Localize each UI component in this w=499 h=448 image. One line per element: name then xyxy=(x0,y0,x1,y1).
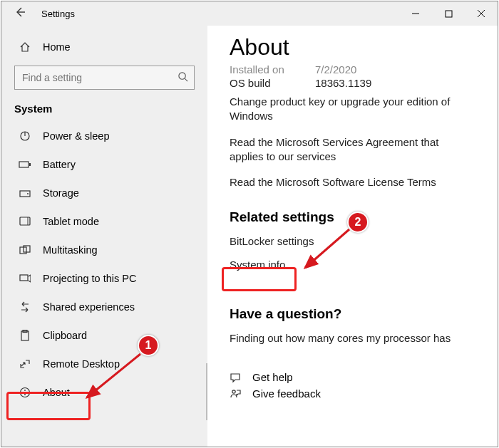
maximize-icon xyxy=(445,10,453,18)
search-icon xyxy=(178,71,188,84)
question-link[interactable]: Finding out how many cores my processor … xyxy=(230,332,451,344)
clipboard-icon xyxy=(17,330,33,341)
license-terms-link[interactable]: Read the Microsoft Software License Term… xyxy=(230,175,472,189)
os-build-label: OS build xyxy=(230,77,315,89)
close-icon xyxy=(477,9,485,18)
os-build-value: 18363.1139 xyxy=(315,77,371,89)
give-feedback-link[interactable]: Give feedback xyxy=(230,387,476,400)
nav-label: Multitasking xyxy=(43,244,98,256)
nav-tablet-mode[interactable]: Tablet mode xyxy=(1,207,207,236)
nav-label: Power & sleep xyxy=(43,130,110,142)
content-pane: About Installed on 7/2/2020 OS build 183… xyxy=(208,26,498,447)
nav-label: Clipboard xyxy=(43,330,87,341)
category-header: System xyxy=(1,100,207,122)
svg-point-4 xyxy=(179,73,185,79)
nav-label: Remote Desktop xyxy=(43,358,120,370)
svg-line-5 xyxy=(185,78,187,81)
nav-home-label: Home xyxy=(43,41,71,53)
nav-home[interactable]: Home xyxy=(1,33,207,61)
nav-storage[interactable]: Storage xyxy=(1,179,207,207)
svg-rect-16 xyxy=(20,275,28,281)
svg-rect-8 xyxy=(19,162,29,167)
page-title: About xyxy=(230,34,476,61)
related-settings-heading: Related settings xyxy=(230,209,476,225)
installed-on-row: Installed on 7/2/2020 xyxy=(230,63,476,75)
os-build-row: OS build 18363.1139 xyxy=(230,77,476,89)
nav-projecting[interactable]: Projecting to this PC xyxy=(1,264,207,293)
nav-multitasking[interactable]: Multitasking xyxy=(1,236,207,264)
feedback-icon xyxy=(230,388,242,400)
shared-icon xyxy=(17,301,33,313)
nav-remote-desktop[interactable]: Remote Desktop xyxy=(1,350,207,378)
projecting-icon xyxy=(17,274,33,283)
svg-point-22 xyxy=(232,390,235,393)
window-title: Settings xyxy=(41,9,75,19)
nav-shared-experiences[interactable]: Shared experiences xyxy=(1,293,207,321)
content-scrollbar[interactable] xyxy=(206,363,207,420)
related-system-info[interactable]: System info xyxy=(230,259,285,271)
installed-on-label: Installed on xyxy=(230,63,315,75)
nav-label: Projecting to this PC xyxy=(43,273,136,284)
remote-desktop-icon xyxy=(17,358,33,370)
close-button[interactable] xyxy=(465,1,498,26)
search-input[interactable] xyxy=(21,71,178,84)
related-bitlocker[interactable]: BitLocker settings xyxy=(230,235,314,247)
nav-label: Storage xyxy=(43,187,79,199)
nav-clipboard[interactable]: Clipboard xyxy=(1,321,207,350)
sidebar: Home System Power & sleep Battery xyxy=(1,26,208,447)
svg-point-20 xyxy=(24,390,26,391)
svg-rect-9 xyxy=(29,163,31,166)
arrow-left-icon xyxy=(14,6,26,18)
services-agreement-link[interactable]: Read the Microsoft Services Agreement th… xyxy=(230,135,472,165)
chat-icon xyxy=(230,372,242,383)
minimize-button[interactable] xyxy=(399,1,432,26)
home-icon xyxy=(17,41,33,53)
get-help-label: Get help xyxy=(252,371,293,383)
tablet-icon xyxy=(17,217,33,226)
question-heading: Have a question? xyxy=(230,306,476,322)
nav-label: Shared experiences xyxy=(43,301,135,313)
nav-battery[interactable]: Battery xyxy=(1,150,207,179)
nav-label: Tablet mode xyxy=(43,216,99,227)
nav-label: Battery xyxy=(43,159,76,170)
svg-rect-12 xyxy=(20,217,30,225)
nav-label: About xyxy=(43,387,70,398)
search-box[interactable] xyxy=(14,66,195,90)
get-help-link[interactable]: Get help xyxy=(230,371,476,383)
installed-on-value: 7/2/2020 xyxy=(315,63,356,75)
give-feedback-label: Give feedback xyxy=(252,387,321,400)
nav-about[interactable]: About xyxy=(1,378,207,407)
minimize-icon xyxy=(411,9,420,18)
multitasking-icon xyxy=(17,245,33,255)
change-key-link[interactable]: Change product key or upgrade your editi… xyxy=(230,95,472,124)
maximize-button[interactable] xyxy=(432,1,465,26)
back-button[interactable] xyxy=(14,6,26,21)
battery-icon xyxy=(17,160,33,169)
nav-power-sleep[interactable]: Power & sleep xyxy=(1,122,207,150)
svg-point-11 xyxy=(27,193,29,194)
power-icon xyxy=(17,130,33,142)
svg-rect-1 xyxy=(446,11,452,17)
info-icon xyxy=(17,387,33,398)
storage-icon xyxy=(17,188,33,198)
